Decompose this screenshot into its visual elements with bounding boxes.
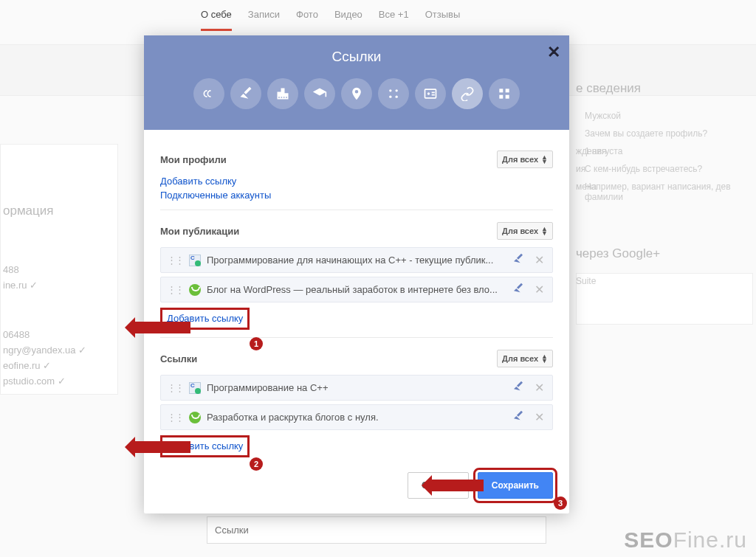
section-links: Ссылки Для всех ▲▼ ⋮⋮ Программирование н… xyxy=(160,337,553,465)
watermark: SEOFine.ru xyxy=(624,527,747,553)
delete-icon[interactable]: ✕ xyxy=(532,283,546,297)
visibility-select-links[interactable]: Для всех ▲▼ xyxy=(497,350,553,367)
bg-left-item: 488 xyxy=(3,264,81,275)
delete-icon[interactable]: ✕ xyxy=(532,381,546,395)
favicon-cpp-icon xyxy=(189,382,201,394)
bg-left-item: eofine.ru ✓ xyxy=(3,360,81,371)
svg-point-5 xyxy=(427,92,430,94)
tab-posts[interactable]: Записи xyxy=(248,9,280,31)
item-text: Программирование для начинающих на C++ -… xyxy=(207,255,505,266)
dialog-body: Мои профили Для всех ▲▼ Добавить ссылку … xyxy=(144,130,569,513)
drag-handle-icon[interactable]: ⋮⋮ xyxy=(167,382,183,393)
bg-bottom-input-wrap xyxy=(207,516,546,544)
svg-rect-9 xyxy=(506,95,509,99)
work-icon[interactable] xyxy=(267,78,298,109)
connected-accounts-link[interactable]: Подключенные аккаунты xyxy=(160,190,553,201)
svg-point-3 xyxy=(396,96,398,98)
visibility-label: Для всех xyxy=(502,155,538,164)
list-item[interactable]: ⋮⋮ Блог на WordPress — реальный заработо… xyxy=(160,277,553,302)
svg-rect-6 xyxy=(499,89,503,92)
svg-point-1 xyxy=(396,89,398,91)
item-text: Разработка и раскрутка блогов с нуля. xyxy=(207,412,505,423)
education-icon[interactable] xyxy=(304,78,335,109)
add-link-profiles[interactable]: Добавить ссылку xyxy=(160,176,553,187)
svg-point-0 xyxy=(389,89,391,91)
dialog-footer: Отмена Сохранить xyxy=(160,465,553,499)
bg-left-header: ормация xyxy=(3,204,81,218)
svg-rect-4 xyxy=(425,89,436,98)
edit-icon[interactable] xyxy=(511,410,526,424)
bg-right-header2: через Google+ xyxy=(576,246,756,261)
category-icons xyxy=(144,78,569,109)
dialog-header: ✕ Ссылки xyxy=(144,35,569,130)
bg-value: 1 августа xyxy=(585,146,622,156)
edit-icon[interactable] xyxy=(511,381,526,395)
bg-left-item: 06488 xyxy=(3,329,81,340)
delete-icon[interactable]: ✕ xyxy=(532,253,546,267)
bg-value: Например, вариант написания, дев фамилии xyxy=(585,181,756,202)
tagline-icon[interactable] xyxy=(193,78,224,109)
annotation-arrow-1 xyxy=(135,322,190,333)
svg-point-2 xyxy=(389,96,391,98)
section-profiles: Мои профили Для всех ▲▼ Добавить ссылку … xyxy=(160,139,553,210)
links-icon[interactable] xyxy=(452,78,483,109)
section-title-profiles: Мои профили xyxy=(160,154,227,165)
caret-icon: ▲▼ xyxy=(541,226,548,235)
close-icon[interactable]: ✕ xyxy=(547,43,560,62)
list-item[interactable]: ⋮⋮ Программирование на C++ ✕ xyxy=(160,375,553,401)
visibility-label: Для всех xyxy=(502,226,538,235)
visibility-select-publications[interactable]: Для всех ▲▼ xyxy=(497,222,553,240)
profile-tabs: О себе Записи Фото Видео Все +1 Отзывы xyxy=(0,0,756,31)
basic-info-icon[interactable] xyxy=(378,78,409,109)
bg-links-field[interactable] xyxy=(207,516,546,544)
contact-icon[interactable] xyxy=(415,78,446,109)
watermark-fine: Fine.ru xyxy=(673,527,747,552)
story-icon[interactable] xyxy=(230,78,261,109)
visibility-select-profiles[interactable]: Для всех ▲▼ xyxy=(497,151,553,168)
bg-value: С кем-нибудь встречаетесь? xyxy=(585,164,702,174)
drag-handle-icon[interactable]: ⋮⋮ xyxy=(167,284,183,295)
annotation-arrow-2 xyxy=(135,441,190,453)
edit-icon[interactable] xyxy=(511,253,526,267)
bg-right-sidebar: е сведения Мужской Зачем вы создаете про… xyxy=(576,81,756,286)
dialog-title: Ссылки xyxy=(144,35,569,65)
caret-icon: ▲▼ xyxy=(541,155,548,164)
annotation-badge-3: 3 xyxy=(554,497,567,510)
drag-handle-icon[interactable]: ⋮⋮ xyxy=(167,255,183,266)
caret-icon: ▲▼ xyxy=(541,354,548,363)
bg-value: Зачем вы создаете профиль? xyxy=(585,128,707,139)
visibility-label: Для всех xyxy=(502,354,538,363)
links-dialog: ✕ Ссылки Мои профили Для всех ▲▼ Добави xyxy=(144,35,569,513)
drag-handle-icon[interactable]: ⋮⋮ xyxy=(167,412,183,423)
delete-icon[interactable]: ✕ xyxy=(532,410,546,424)
list-item[interactable]: ⋮⋮ Программирование для начинающих на C+… xyxy=(160,247,553,273)
tab-plusones[interactable]: Все +1 xyxy=(379,9,409,31)
list-item[interactable]: ⋮⋮ Разработка и раскрутка блогов с нуля.… xyxy=(160,404,553,430)
favicon-cpp-icon xyxy=(189,255,201,266)
bg-value: Мужской xyxy=(585,111,621,121)
save-button[interactable]: Сохранить xyxy=(478,472,553,499)
edit-icon[interactable] xyxy=(511,283,526,297)
section-title-links: Ссылки xyxy=(160,353,197,364)
watermark-seo: SEO xyxy=(624,527,673,552)
item-text: Программирование на C++ xyxy=(207,382,505,393)
places-icon[interactable] xyxy=(341,78,372,109)
annotation-arrow-3 xyxy=(432,480,484,491)
tab-photos[interactable]: Фото xyxy=(296,9,318,31)
bg-left-item: ngry@yandex.ua ✓ xyxy=(3,345,81,356)
apps-icon[interactable] xyxy=(489,78,520,109)
tab-about[interactable]: О себе xyxy=(201,9,232,31)
annotation-badge-1: 1 xyxy=(250,337,263,350)
bg-left-item: ine.ru ✓ xyxy=(3,280,81,291)
item-text: Блог на WordPress — реальный заработок в… xyxy=(207,284,505,295)
section-publications: Мои публикации Для всех ▲▼ ⋮⋮ Программир… xyxy=(160,210,553,337)
bg-left-sidebar: ормация 488 ine.ru ✓ 06488 ngry@yandex.u… xyxy=(0,199,81,391)
favicon-wp-icon xyxy=(189,284,201,296)
annotation-badge-2: 2 xyxy=(250,457,263,471)
bg-right-header: е сведения xyxy=(576,81,756,96)
svg-rect-8 xyxy=(499,95,503,99)
bg-right-sub: Suite xyxy=(576,276,756,286)
tab-reviews[interactable]: Отзывы xyxy=(425,9,461,31)
tab-videos[interactable]: Видео xyxy=(334,9,362,31)
svg-rect-7 xyxy=(506,89,509,92)
